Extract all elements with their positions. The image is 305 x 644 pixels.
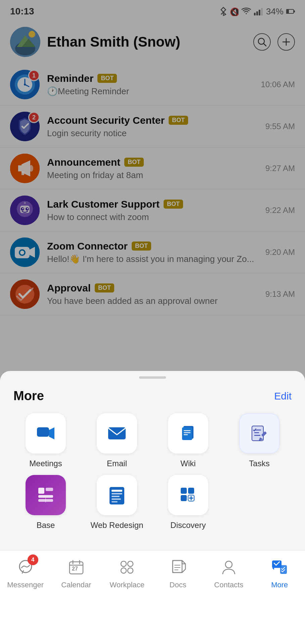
nav-item-docs[interactable]: Docs	[152, 557, 203, 589]
nav-label-docs: Docs	[170, 581, 186, 589]
email-icon	[106, 423, 128, 444]
nav-icon-workplace	[117, 557, 137, 577]
nav-icon-contacts	[219, 557, 239, 577]
nav-label-more: More	[271, 581, 288, 589]
nav-icon-messenger: 4	[15, 557, 36, 577]
app-label-web-redesign: Web Redesign	[91, 521, 143, 530]
svg-rect-47	[182, 427, 192, 440]
app-icon-wiki	[168, 413, 208, 453]
app-item-meetings[interactable]: Meetings	[13, 413, 78, 468]
wiki-icon	[177, 423, 199, 444]
svg-rect-66	[112, 496, 120, 497]
discovery-icon	[177, 484, 199, 506]
app-label-email: Email	[107, 459, 127, 468]
app-label-meetings: Meetings	[29, 459, 62, 468]
app-item-base[interactable]: Base	[13, 475, 78, 530]
nav-label-calendar: Calendar	[61, 581, 91, 589]
app-label-base: Base	[37, 521, 55, 530]
app-item-tasks[interactable]: Tasks	[227, 413, 292, 468]
nav-item-more[interactable]: More	[254, 557, 305, 589]
svg-point-84	[128, 568, 133, 573]
app-icon-base	[26, 475, 66, 515]
sheet-edit-button[interactable]: Edit	[274, 390, 292, 402]
svg-rect-45	[108, 427, 126, 439]
app-icon-meetings	[26, 413, 66, 453]
more-icon	[271, 558, 288, 576]
svg-rect-85	[173, 560, 182, 573]
app-icon-web-redesign	[97, 475, 137, 515]
meetings-icon	[35, 423, 56, 444]
nav-item-messenger[interactable]: 4 Messenger	[0, 557, 51, 589]
apps-grid: Meetings Email	[0, 410, 305, 537]
svg-point-81	[121, 561, 126, 567]
nav-label-contacts: Contacts	[214, 581, 244, 589]
app-label-discovery: Discovery	[170, 521, 206, 530]
app-icon-discovery	[168, 475, 208, 515]
app-label-wiki: Wiki	[180, 459, 195, 468]
nav-label-messenger: Messenger	[7, 581, 44, 589]
app-icon-email	[97, 413, 137, 453]
nav-badge-messenger: 4	[28, 554, 38, 565]
svg-rect-59	[46, 488, 53, 491]
docs-icon	[169, 558, 187, 576]
calendar-icon: 27	[68, 558, 85, 576]
app-item-discovery[interactable]: Discovery	[156, 475, 220, 530]
bottom-nav: 4 Messenger 27 Calendar Wo	[0, 550, 305, 644]
sheet-handle[interactable]	[139, 376, 166, 379]
app-item-email[interactable]: Email	[85, 413, 149, 468]
sheet-title: More	[13, 389, 44, 403]
svg-rect-64	[112, 490, 122, 492]
svg-rect-65	[112, 493, 122, 494]
nav-icon-more	[269, 557, 290, 577]
svg-point-89	[225, 561, 232, 568]
nav-label-workplace: Workplace	[110, 581, 145, 589]
bottom-sheet: More Edit Meetings Email	[0, 371, 305, 550]
svg-point-82	[128, 561, 133, 567]
svg-text:27: 27	[72, 566, 78, 572]
svg-marker-44	[49, 427, 54, 439]
svg-point-83	[121, 568, 126, 573]
svg-rect-43	[37, 427, 49, 437]
tasks-icon	[249, 423, 270, 444]
svg-rect-70	[188, 488, 194, 494]
base-icon	[35, 484, 56, 506]
svg-rect-91	[280, 565, 287, 574]
svg-rect-69	[181, 488, 187, 494]
nav-item-calendar[interactable]: 27 Calendar	[51, 557, 101, 589]
nav-icon-docs	[168, 557, 188, 577]
app-item-wiki[interactable]: Wiki	[156, 413, 220, 468]
sheet-header: More Edit	[0, 379, 305, 410]
nav-icon-calendar: 27	[66, 557, 86, 577]
web-redesign-icon	[106, 484, 128, 506]
workplace-icon	[118, 558, 136, 576]
app-label-tasks: Tasks	[249, 459, 269, 468]
svg-rect-68	[112, 501, 118, 502]
nav-item-workplace[interactable]: Workplace	[102, 557, 152, 589]
svg-rect-67	[112, 498, 121, 500]
contacts-icon	[220, 558, 237, 576]
app-icon-tasks	[239, 413, 279, 453]
app-item-web-redesign[interactable]: Web Redesign	[85, 475, 149, 530]
nav-item-contacts[interactable]: Contacts	[203, 557, 254, 589]
svg-rect-71	[181, 495, 187, 501]
svg-rect-58	[38, 488, 44, 494]
